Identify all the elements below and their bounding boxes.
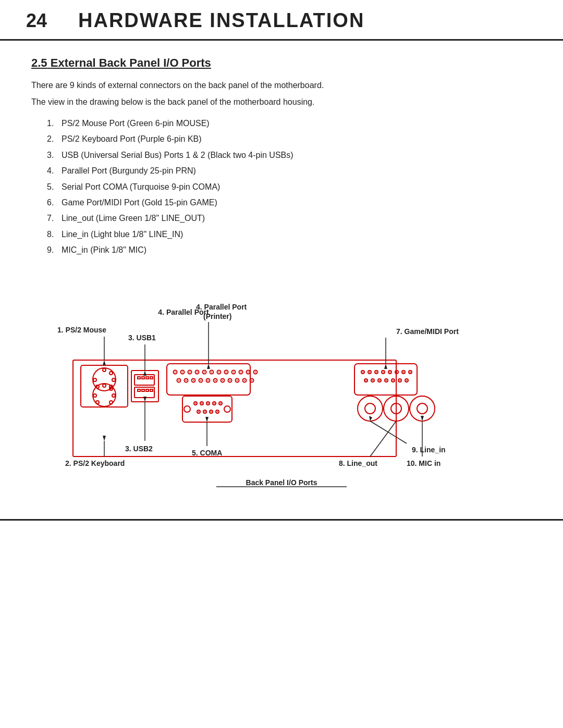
svg-point-15 <box>93 394 96 397</box>
svg-marker-133 <box>103 360 106 365</box>
svg-point-127 <box>365 403 375 414</box>
svg-point-123 <box>399 380 400 381</box>
page-header: 24 HARDWARE INSTALLATION <box>0 0 563 41</box>
svg-rect-0 <box>73 360 396 456</box>
svg-text:5. COMA: 5. COMA <box>192 449 222 457</box>
port-list-item-8: 8.Line_in (Light blue 1/8" LINE_IN) <box>47 227 532 242</box>
svg-point-107 <box>396 372 397 373</box>
svg-point-125 <box>406 380 407 381</box>
page-content: 2.5 External Back Panel I/O Ports There … <box>0 56 563 498</box>
svg-text:9. Line_in: 9. Line_in <box>412 446 446 454</box>
svg-point-8 <box>93 378 96 381</box>
svg-point-53 <box>178 380 179 381</box>
svg-marker-150 <box>205 417 209 422</box>
svg-text:(Printer): (Printer) <box>203 312 231 320</box>
page-number: 24 <box>26 10 57 32</box>
svg-point-111 <box>410 372 411 373</box>
svg-rect-20 <box>146 377 149 379</box>
svg-marker-136 <box>143 371 146 376</box>
svg-point-10 <box>103 384 106 387</box>
svg-text:2. PS/2 Keyboard: 2. PS/2 Keyboard <box>65 459 125 467</box>
svg-point-105 <box>389 372 390 373</box>
svg-point-84 <box>214 403 215 404</box>
io-diagram: .red-stroke { stroke: #cc0000; stroke-wi… <box>31 279 532 498</box>
svg-point-57 <box>193 380 194 381</box>
svg-rect-18 <box>138 377 140 379</box>
svg-point-31 <box>182 372 183 373</box>
port-list: 1.PS/2 Mouse Port (Green 6-pin MOUSE)2.P… <box>47 116 532 258</box>
svg-point-65 <box>222 380 223 381</box>
svg-text:3. USB2: 3. USB2 <box>125 445 153 453</box>
svg-point-99 <box>369 372 370 373</box>
svg-point-4 <box>109 372 113 375</box>
port-list-item-6: 6.Game Port/MIDI Port (Gold 15-pin GAME) <box>47 195 532 211</box>
svg-point-73 <box>251 380 252 381</box>
svg-point-69 <box>237 380 238 381</box>
port-list-item-2: 2.PS/2 Keyboard Port (Purple 6-pin KB) <box>47 131 532 147</box>
svg-text:Back Panel I/O Ports: Back Panel I/O Ports <box>246 478 317 487</box>
svg-text:4. Parallel Port: 4. Parallel Port <box>196 303 247 311</box>
svg-point-37 <box>204 372 205 373</box>
svg-marker-144 <box>384 364 387 369</box>
svg-point-97 <box>362 372 363 373</box>
page-footer <box>0 519 563 540</box>
svg-marker-139 <box>207 364 210 369</box>
svg-point-88 <box>198 411 199 412</box>
svg-point-117 <box>379 380 380 381</box>
svg-rect-25 <box>146 389 149 391</box>
svg-point-76 <box>224 406 230 412</box>
svg-rect-21 <box>150 377 153 379</box>
svg-point-80 <box>201 403 202 404</box>
svg-point-5 <box>112 378 115 381</box>
svg-point-90 <box>204 411 205 412</box>
svg-point-12 <box>112 394 115 397</box>
svg-point-43 <box>226 372 227 373</box>
svg-point-55 <box>186 380 187 381</box>
svg-point-101 <box>376 372 377 373</box>
svg-point-63 <box>215 380 216 381</box>
svg-text:8. Line_out: 8. Line_out <box>339 459 377 467</box>
svg-point-51 <box>255 372 256 373</box>
page: 24 HARDWARE INSTALLATION 2.5 External Ba… <box>0 0 563 728</box>
svg-point-131 <box>417 403 427 414</box>
svg-point-121 <box>393 380 394 381</box>
diagram-area: .red-stroke { stroke: #cc0000; stroke-wi… <box>31 279 532 498</box>
svg-point-92 <box>211 411 212 412</box>
port-list-item-3: 3.USB (Universal Serial Bus) Ports 1 & 2… <box>47 147 532 163</box>
svg-point-94 <box>217 411 218 412</box>
port-list-item-4: 4.Parallel Port (Burgundy 25-pin PRN) <box>47 163 532 179</box>
svg-point-35 <box>197 372 198 373</box>
svg-point-29 <box>175 372 176 373</box>
svg-marker-161 <box>421 416 424 421</box>
svg-point-82 <box>207 403 209 404</box>
port-list-item-1: 1.PS/2 Mouse Port (Green 6-pin MOUSE) <box>47 116 532 131</box>
svg-point-14 <box>96 401 99 404</box>
page-title: HARDWARE INSTALLATION <box>78 9 364 32</box>
svg-point-3 <box>103 368 106 372</box>
svg-point-78 <box>195 403 196 404</box>
intro-text-2: The view in the drawing below is the bac… <box>31 96 532 108</box>
svg-marker-156 <box>103 436 106 441</box>
svg-point-61 <box>207 380 209 381</box>
intro-text-1: There are 9 kinds of external connectors… <box>31 79 532 92</box>
svg-point-41 <box>218 372 219 373</box>
svg-point-71 <box>244 380 245 381</box>
svg-rect-23 <box>138 389 140 391</box>
port-list-item-5: 5.Serial Port COMA (Turquoise 9-pin COMA… <box>47 179 532 195</box>
svg-point-109 <box>403 372 404 373</box>
svg-point-75 <box>184 406 190 412</box>
svg-point-45 <box>233 372 234 373</box>
svg-point-13 <box>109 401 113 404</box>
svg-point-67 <box>229 380 230 381</box>
svg-point-59 <box>200 380 201 381</box>
svg-point-39 <box>211 372 212 373</box>
svg-text:3. USB1: 3. USB1 <box>128 334 156 342</box>
svg-rect-24 <box>142 389 144 391</box>
svg-point-103 <box>383 372 384 373</box>
svg-text:1. PS/2 Mouse: 1. PS/2 Mouse <box>57 326 106 334</box>
svg-point-49 <box>248 372 249 373</box>
port-list-item-7: 7.Line_out (Lime Green 1/8" LINE_OUT) <box>47 211 532 226</box>
svg-marker-153 <box>369 416 372 421</box>
port-list-item-9: 9.MIC_in (Pink 1/8" MIC) <box>47 242 532 258</box>
svg-point-33 <box>189 372 190 373</box>
